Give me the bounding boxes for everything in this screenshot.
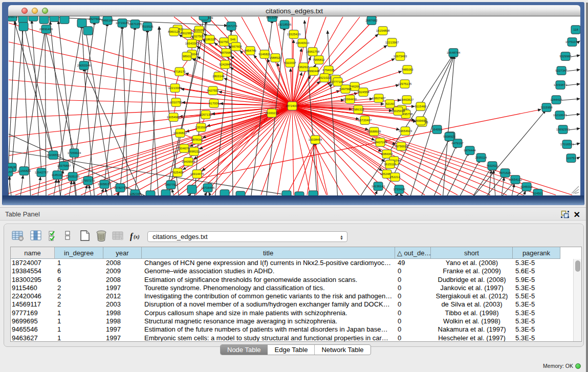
svg-text:29053346: 29053346 xyxy=(77,64,91,67)
svg-text:6497568: 6497568 xyxy=(339,87,352,91)
svg-text:16640910: 16640910 xyxy=(296,41,310,45)
svg-text:1615112: 1615112 xyxy=(384,163,397,166)
svg-text:2687682: 2687682 xyxy=(365,19,378,22)
svg-text:252214: 252214 xyxy=(390,176,401,179)
svg-text:10958157: 10958157 xyxy=(98,183,112,186)
svg-text:9427552: 9427552 xyxy=(207,89,219,92)
svg-text:8990448: 8990448 xyxy=(308,70,320,73)
svg-text:20206556: 20206556 xyxy=(47,154,60,157)
svg-text:17016504: 17016504 xyxy=(560,143,574,146)
svg-text:18724007: 18724007 xyxy=(286,104,299,107)
svg-text:19463627: 19463627 xyxy=(400,98,414,101)
svg-text:6466160: 6466160 xyxy=(101,19,114,22)
svg-text:16409948: 16409948 xyxy=(182,160,195,163)
svg-text:6479197: 6479197 xyxy=(451,142,464,145)
svg-text:12505195: 12505195 xyxy=(66,175,80,178)
svg-text:9699695: 9699695 xyxy=(415,119,427,122)
svg-text:7955812: 7955812 xyxy=(313,58,325,61)
svg-text:9146821: 9146821 xyxy=(258,53,271,56)
svg-text:17359924: 17359924 xyxy=(68,151,81,155)
svg-text:7515526: 7515526 xyxy=(141,25,154,28)
svg-text:16914479: 16914479 xyxy=(190,172,204,176)
svg-text:7986322: 7986322 xyxy=(352,108,364,111)
svg-text:8454749: 8454749 xyxy=(244,49,256,52)
svg-text:13325419: 13325419 xyxy=(287,33,301,36)
svg-text:1621022: 1621022 xyxy=(318,76,331,79)
svg-text:16782759: 16782759 xyxy=(114,186,127,189)
svg-text:1733426: 1733426 xyxy=(393,188,405,191)
svg-text:1244415: 1244415 xyxy=(550,98,562,101)
svg-text:924501: 924501 xyxy=(533,192,543,195)
svg-text:1527602: 1527602 xyxy=(89,17,101,20)
svg-text:17957275: 17957275 xyxy=(81,179,95,182)
svg-text:16543382: 16543382 xyxy=(185,42,199,45)
svg-text:10719185: 10719185 xyxy=(116,21,129,25)
svg-text:9327505: 9327505 xyxy=(192,35,204,38)
svg-text:5322037: 5322037 xyxy=(284,61,296,64)
svg-text:19166822: 19166822 xyxy=(173,132,187,135)
svg-text:1145191: 1145191 xyxy=(52,173,64,177)
svg-text:16154808: 16154808 xyxy=(376,29,390,32)
svg-text:10973493: 10973493 xyxy=(394,55,407,58)
svg-text:9457791: 9457791 xyxy=(165,183,177,186)
svg-text:25300213: 25300213 xyxy=(265,112,279,115)
svg-text:116753: 116753 xyxy=(566,157,576,160)
svg-text:1282344: 1282344 xyxy=(129,192,141,195)
svg-text:7357274: 7357274 xyxy=(225,25,237,28)
svg-text:7485063: 7485063 xyxy=(401,68,413,71)
svg-text:19218506: 19218506 xyxy=(278,23,292,26)
svg-text:2718170: 2718170 xyxy=(173,70,186,73)
svg-text:14136141: 14136141 xyxy=(372,185,385,188)
svg-text:12975135: 12975135 xyxy=(398,82,412,85)
svg-text:9084067: 9084067 xyxy=(381,152,393,156)
svg-text:12093872: 12093872 xyxy=(554,83,568,86)
svg-text:10375887: 10375887 xyxy=(57,164,71,167)
svg-text:20364436: 20364436 xyxy=(343,98,357,101)
svg-text:19338454: 19338454 xyxy=(309,138,322,141)
svg-text:16671355: 16671355 xyxy=(128,23,142,26)
svg-text:16210643: 16210643 xyxy=(553,114,567,117)
svg-text:9115460: 9115460 xyxy=(415,105,427,108)
svg-text:12942757: 12942757 xyxy=(35,171,49,174)
svg-text:12213967: 12213967 xyxy=(385,41,399,44)
svg-text:9227347: 9227347 xyxy=(555,69,568,72)
svg-text:9777169: 9777169 xyxy=(332,80,344,83)
svg-text:19654923: 19654923 xyxy=(399,129,412,133)
svg-text:15751074: 15751074 xyxy=(565,40,579,43)
svg-text:546: 546 xyxy=(230,38,236,41)
svg-text:3624554: 3624554 xyxy=(357,91,369,94)
svg-text:8960124: 8960124 xyxy=(168,30,180,33)
svg-text:9245012: 9245012 xyxy=(520,185,533,188)
svg-text:8226058: 8226058 xyxy=(193,29,205,32)
svg-text:19054982: 19054982 xyxy=(167,116,181,119)
svg-text:f: f xyxy=(130,232,134,241)
svg-text:14055724: 14055724 xyxy=(8,16,19,18)
svg-text:8186328: 8186328 xyxy=(204,38,216,41)
svg-text:98901: 98901 xyxy=(183,55,191,58)
svg-text:9329966: 9329966 xyxy=(559,55,572,58)
svg-text:6794028: 6794028 xyxy=(322,69,335,72)
svg-text:10807487: 10807487 xyxy=(372,97,386,100)
svg-text:10688609: 10688609 xyxy=(367,130,381,133)
svg-text:12213389: 12213389 xyxy=(168,86,182,90)
svg-text:8912954: 8912954 xyxy=(181,32,193,35)
svg-text:15692391: 15692391 xyxy=(556,128,570,131)
svg-text:39157: 39157 xyxy=(8,170,13,173)
svg-text:5698222: 5698222 xyxy=(188,150,200,153)
svg-text:3215958: 3215958 xyxy=(540,106,553,109)
svg-text:5878342: 5878342 xyxy=(191,138,203,141)
svg-text:18407249: 18407249 xyxy=(374,141,387,144)
svg-text:20691406: 20691406 xyxy=(39,28,53,31)
svg-text:2803144: 2803144 xyxy=(212,75,225,78)
svg-text:8471626: 8471626 xyxy=(499,171,511,174)
svg-text:10654112: 10654112 xyxy=(509,178,522,181)
svg-text:16961758: 16961758 xyxy=(306,50,320,53)
svg-text:16648784: 16648784 xyxy=(447,51,461,54)
svg-text:5938923: 5938923 xyxy=(443,135,455,138)
svg-text:9474444: 9474444 xyxy=(464,149,476,152)
svg-text:15720407: 15720407 xyxy=(358,119,372,122)
svg-text:118: 118 xyxy=(573,28,578,31)
svg-text:2667608: 2667608 xyxy=(230,45,242,48)
svg-text:3267130: 3267130 xyxy=(200,113,212,116)
svg-text:5875685: 5875685 xyxy=(220,51,232,54)
